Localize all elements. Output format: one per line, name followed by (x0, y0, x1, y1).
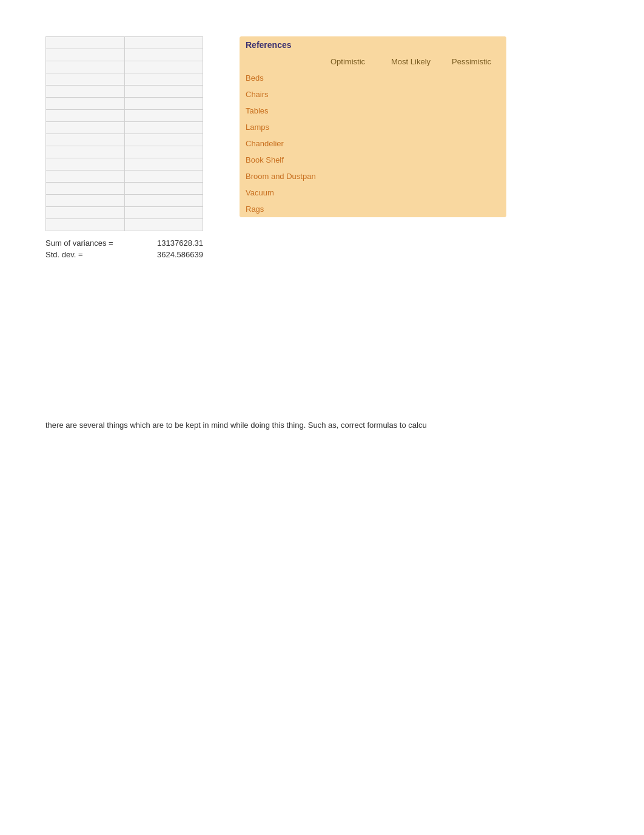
table-row (46, 146, 203, 158)
table-row (46, 183, 203, 195)
reference-item-name: Vacuum (240, 184, 324, 201)
references-title: References (240, 36, 506, 53)
table-row (46, 122, 203, 134)
table-row (46, 134, 203, 146)
sum-variances-row: Sum of variances = 13137628.31 (45, 238, 203, 248)
left-data-table: Sum of variances = 13137628.31 Std. dev.… (45, 36, 203, 262)
table-cell (46, 37, 125, 49)
reference-value-cell (385, 201, 446, 217)
reference-value-cell (324, 184, 385, 201)
table-cell (124, 134, 203, 146)
table-cell (124, 86, 203, 98)
table-cell (46, 171, 125, 183)
reference-item-row: Chairs (240, 86, 506, 103)
table-cell (46, 98, 125, 110)
reference-value-cell (385, 152, 446, 168)
references-table: References Optimistic Most Likely Pessim… (240, 36, 506, 217)
table-cell (46, 219, 125, 231)
table-row (46, 98, 203, 110)
stats-section: Sum of variances = 13137628.31 Std. dev.… (45, 238, 203, 259)
reference-item-row: Chandelier (240, 135, 506, 152)
pessimistic-col-header: Pessimistic (446, 53, 506, 70)
table-cell (46, 110, 125, 122)
reference-value-cell (446, 103, 506, 119)
sum-variances-label: Sum of variances = (45, 238, 124, 248)
table-cell (46, 195, 125, 207)
table-cell (124, 49, 203, 61)
reference-value-cell (385, 70, 446, 86)
bottom-text: there are several things which are to be… (45, 419, 599, 431)
table-cell (124, 98, 203, 110)
table-cell (46, 183, 125, 195)
reference-item-row: Beds (240, 70, 506, 86)
reference-item-name: Broom and Dustpan (240, 168, 324, 184)
table-row (46, 158, 203, 171)
table-cell (46, 49, 125, 61)
item-col-header (240, 53, 324, 70)
reference-value-cell (385, 184, 446, 201)
reference-item-row: Vacuum (240, 184, 506, 201)
reference-item-row: Tables (240, 103, 506, 119)
reference-value-cell (385, 135, 446, 152)
reference-item-name: Lamps (240, 119, 324, 135)
table-row (46, 219, 203, 231)
reference-item-row: Lamps (240, 119, 506, 135)
table-row (46, 86, 203, 98)
table-cell (46, 86, 125, 98)
reference-item-name: Chairs (240, 86, 324, 103)
reference-value-cell (324, 103, 385, 119)
table-row (46, 207, 203, 219)
variance-table (45, 36, 203, 231)
reference-item-name: Chandelier (240, 135, 324, 152)
table-cell (46, 73, 125, 86)
reference-value-cell (446, 201, 506, 217)
table-cell (124, 219, 203, 231)
table-cell (124, 73, 203, 86)
std-dev-label: Std. dev. = (45, 250, 124, 259)
table-cell (46, 134, 125, 146)
std-dev-value: 3624.586639 (157, 250, 203, 259)
table-row (46, 110, 203, 122)
reference-item-name: Book Shelf (240, 152, 324, 168)
table-row (46, 171, 203, 183)
table-cell (124, 61, 203, 73)
table-cell (124, 122, 203, 134)
table-cell (124, 183, 203, 195)
reference-item-row: Rags (240, 201, 506, 217)
reference-value-cell (446, 119, 506, 135)
reference-value-cell (446, 184, 506, 201)
reference-item-name: Beds (240, 70, 324, 86)
reference-value-cell (324, 119, 385, 135)
table-row (46, 37, 203, 49)
reference-item-row: Book Shelf (240, 152, 506, 168)
reference-value-cell (324, 70, 385, 86)
reference-item-name: Rags (240, 201, 324, 217)
table-cell (46, 158, 125, 171)
reference-value-cell (446, 86, 506, 103)
table-cell (124, 195, 203, 207)
reference-value-cell (324, 152, 385, 168)
table-cell (124, 110, 203, 122)
reference-value-cell (324, 86, 385, 103)
table-row (46, 61, 203, 73)
reference-value-cell (446, 152, 506, 168)
table-cell (124, 171, 203, 183)
reference-item-row: Broom and Dustpan (240, 168, 506, 184)
reference-item-name: Tables (240, 103, 324, 119)
table-cell (124, 146, 203, 158)
reference-value-cell (385, 119, 446, 135)
reference-value-cell (385, 86, 446, 103)
table-cell (46, 122, 125, 134)
references-column-headers: Optimistic Most Likely Pessimistic (240, 53, 506, 70)
reference-value-cell (324, 168, 385, 184)
table-cell (46, 61, 125, 73)
reference-value-cell (385, 103, 446, 119)
table-cell (46, 146, 125, 158)
table-cell (124, 158, 203, 171)
reference-value-cell (446, 135, 506, 152)
table-row (46, 49, 203, 61)
table-cell (46, 207, 125, 219)
table-cell (124, 37, 203, 49)
reference-value-cell (385, 168, 446, 184)
table-row (46, 195, 203, 207)
